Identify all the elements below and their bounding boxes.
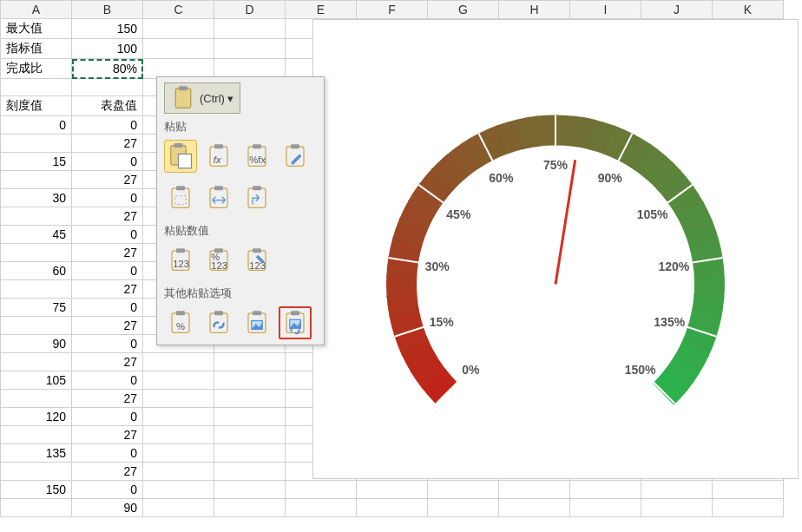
cell[interactable]: 0: [72, 116, 143, 135]
cell[interactable]: 150: [72, 19, 143, 39]
cell[interactable]: 75: [1, 299, 72, 317]
cell[interactable]: 27: [72, 317, 143, 335]
paste-transpose-button[interactable]: [240, 181, 273, 214]
cell[interactable]: 指标值: [1, 39, 72, 59]
paste-link-button[interactable]: [202, 306, 235, 339]
cell[interactable]: 120: [1, 408, 72, 426]
cell[interactable]: [214, 426, 286, 444]
cell[interactable]: [1, 135, 72, 153]
cell[interactable]: 0: [72, 371, 143, 390]
cell[interactable]: 100: [72, 39, 143, 59]
column-header[interactable]: B: [72, 1, 143, 19]
cell[interactable]: 0: [72, 335, 143, 353]
cell[interactable]: 80%: [72, 59, 143, 79]
cell[interactable]: [1, 280, 72, 299]
cell[interactable]: [428, 499, 499, 517]
cell[interactable]: [143, 39, 214, 59]
cell[interactable]: [143, 408, 214, 426]
cell[interactable]: [143, 371, 214, 390]
paste-keep-source-fmt-button[interactable]: [279, 140, 312, 173]
cell[interactable]: [143, 444, 214, 463]
cell[interactable]: [1, 207, 72, 226]
cell[interactable]: [214, 481, 286, 499]
cell[interactable]: 表盘值: [72, 96, 143, 116]
paste-col-widths-button[interactable]: [202, 181, 235, 214]
cell[interactable]: 完成比: [1, 59, 72, 79]
cell[interactable]: 0: [72, 226, 143, 244]
column-header[interactable]: I: [570, 1, 641, 19]
cell[interactable]: 0: [72, 189, 143, 207]
paste-formulas-numfmt-button[interactable]: %fx: [240, 140, 273, 173]
cell[interactable]: [143, 426, 214, 444]
cell[interactable]: 90: [72, 499, 143, 517]
cell[interactable]: 刻度值: [1, 96, 72, 116]
cell[interactable]: [641, 481, 713, 499]
paste-formulas-button[interactable]: fx: [202, 140, 235, 173]
column-header[interactable]: C: [143, 1, 214, 19]
paste-formatting-button[interactable]: %: [164, 306, 197, 339]
cell[interactable]: [214, 390, 286, 408]
cell[interactable]: 27: [72, 390, 143, 408]
cell[interactable]: [570, 499, 641, 517]
column-header[interactable]: J: [641, 1, 713, 19]
cell[interactable]: [143, 499, 214, 517]
cell[interactable]: [713, 481, 784, 499]
cell[interactable]: 27: [72, 135, 143, 153]
paste-all-button[interactable]: [164, 140, 197, 173]
cell[interactable]: [214, 463, 286, 481]
cell[interactable]: [214, 408, 286, 426]
cell[interactable]: [1, 244, 72, 262]
cell[interactable]: 45: [1, 226, 72, 244]
cell[interactable]: [428, 481, 499, 499]
cell[interactable]: [214, 444, 286, 463]
cell[interactable]: [357, 481, 428, 499]
paste-picture-button[interactable]: [240, 306, 273, 339]
cell[interactable]: [1, 353, 72, 371]
cell[interactable]: 最大值: [1, 19, 72, 39]
column-header[interactable]: G: [428, 1, 499, 19]
paste-no-borders-button[interactable]: [164, 181, 197, 214]
gauge-chart[interactable]: 0%15%30%45%60%75%90%105%120%135%150%: [312, 19, 799, 479]
cell[interactable]: [499, 499, 570, 517]
cell[interactable]: [357, 499, 428, 517]
cell[interactable]: [214, 39, 286, 59]
cell[interactable]: 27: [72, 353, 143, 371]
cell[interactable]: 60: [1, 262, 72, 280]
cell[interactable]: [641, 499, 713, 517]
cell[interactable]: 0: [72, 481, 143, 499]
column-header[interactable]: D: [214, 1, 286, 19]
cell[interactable]: [499, 481, 570, 499]
cell[interactable]: 135: [1, 444, 72, 463]
cell[interactable]: [286, 499, 357, 517]
cell[interactable]: [286, 481, 357, 499]
cell[interactable]: [1, 390, 72, 408]
cell[interactable]: 27: [72, 463, 143, 481]
cell[interactable]: 27: [72, 426, 143, 444]
cell[interactable]: [713, 499, 784, 517]
cell[interactable]: [214, 499, 286, 517]
cell[interactable]: 150: [1, 481, 72, 499]
cell[interactable]: 0: [72, 262, 143, 280]
column-header[interactable]: E: [286, 1, 357, 19]
cell[interactable]: 0: [72, 153, 143, 171]
column-header[interactable]: F: [357, 1, 428, 19]
cell[interactable]: 27: [72, 171, 143, 189]
paste-values-srcfmt-button[interactable]: 123: [240, 244, 273, 277]
cell[interactable]: [570, 481, 641, 499]
cell[interactable]: 30: [1, 189, 72, 207]
column-header[interactable]: H: [499, 1, 570, 19]
cell[interactable]: [143, 19, 214, 39]
cell[interactable]: [1, 79, 72, 96]
cell[interactable]: [214, 371, 286, 390]
cell[interactable]: 0: [72, 444, 143, 463]
cell[interactable]: 27: [72, 280, 143, 299]
cell[interactable]: [214, 353, 286, 371]
cell[interactable]: [143, 390, 214, 408]
cell[interactable]: [1, 317, 72, 335]
cell[interactable]: 0: [72, 408, 143, 426]
cell[interactable]: [72, 79, 143, 96]
cell[interactable]: [1, 499, 72, 517]
cell[interactable]: 0: [72, 299, 143, 317]
column-header[interactable]: K: [713, 1, 784, 19]
cell[interactable]: 15: [1, 153, 72, 171]
